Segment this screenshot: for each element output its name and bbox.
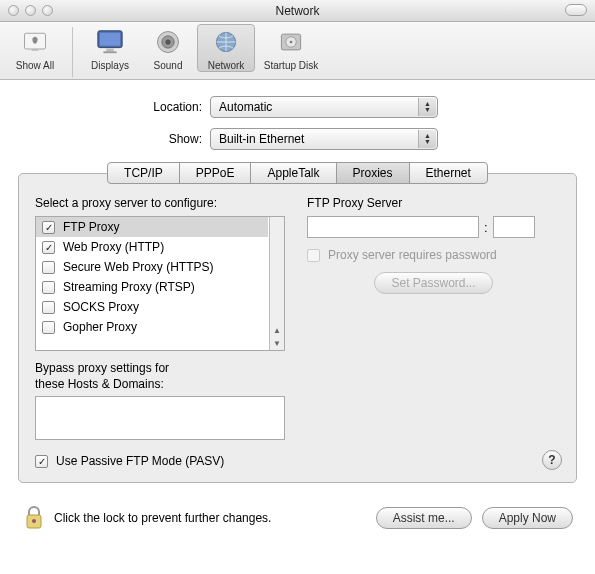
globe-icon: [209, 26, 243, 58]
list-item-label: Streaming Proxy (RTSP): [63, 280, 195, 294]
checkbox[interactable]: [42, 301, 55, 314]
requires-password-checkbox[interactable]: [307, 249, 320, 262]
toolbar-startup-disk[interactable]: Startup Disk: [255, 24, 327, 71]
list-item[interactable]: Streaming Proxy (RTSP): [36, 277, 268, 297]
svg-rect-5: [103, 51, 116, 53]
toolbar-toggle-button[interactable]: [565, 4, 587, 16]
ftp-proxy-server-label: FTP Proxy Server: [307, 196, 560, 210]
list-item[interactable]: ✓ Web Proxy (HTTP): [36, 237, 268, 257]
scroll-up-icon[interactable]: ▲: [273, 324, 281, 337]
checkbox[interactable]: [42, 281, 55, 294]
display-icon: [93, 26, 127, 58]
toolbar-label: Show All: [16, 60, 54, 71]
apple-logo-icon: [18, 26, 52, 58]
toolbar-label: Network: [208, 60, 245, 71]
toolbar-label: Displays: [91, 60, 129, 71]
checkbox[interactable]: [42, 321, 55, 334]
ftp-proxy-port-field[interactable]: [493, 216, 535, 238]
passive-ftp-label: Use Passive FTP Mode (PASV): [56, 454, 224, 468]
tab-proxies[interactable]: Proxies: [336, 162, 410, 184]
toolbar-show-all[interactable]: Show All: [6, 24, 64, 71]
list-item[interactable]: ✓ FTP Proxy: [36, 217, 268, 237]
toolbar-network[interactable]: Network: [197, 24, 255, 72]
toolbar: Show All Displays Sound Network Startup …: [0, 22, 595, 80]
location-popup[interactable]: Automatic ▲▼: [210, 96, 438, 118]
svg-point-8: [165, 39, 170, 44]
svg-point-14: [32, 519, 36, 523]
lock-text: Click the lock to prevent further change…: [54, 511, 376, 525]
tab-panel-proxies: Select a proxy server to configure: ✓ FT…: [18, 173, 577, 483]
set-password-button[interactable]: Set Password...: [374, 272, 492, 294]
requires-password-label: Proxy server requires password: [328, 248, 497, 262]
tab-pppoe[interactable]: PPPoE: [179, 162, 252, 184]
list-item-label: Secure Web Proxy (HTTPS): [63, 260, 213, 274]
checkbox[interactable]: ✓: [42, 221, 55, 234]
disk-icon: [274, 26, 308, 58]
bypass-label: Bypass proxy settings for these Hosts & …: [35, 361, 285, 392]
tab-ethernet[interactable]: Ethernet: [409, 162, 488, 184]
speaker-icon: [151, 26, 185, 58]
ftp-proxy-host-field[interactable]: [307, 216, 479, 238]
list-item[interactable]: Gopher Proxy: [36, 317, 268, 337]
toolbar-label: Startup Disk: [264, 60, 318, 71]
chevron-up-down-icon: ▲▼: [418, 130, 436, 148]
show-popup[interactable]: Built-in Ethernet ▲▼: [210, 128, 438, 150]
list-item-label: FTP Proxy: [63, 220, 119, 234]
proxy-select-label: Select a proxy server to configure:: [35, 196, 285, 210]
toolbar-sound[interactable]: Sound: [139, 24, 197, 71]
host-port-separator: :: [484, 220, 488, 235]
passive-ftp-checkbox[interactable]: ✓: [35, 455, 48, 468]
svg-rect-1: [32, 49, 39, 51]
toolbar-label: Sound: [154, 60, 183, 71]
svg-rect-3: [100, 33, 121, 46]
list-item[interactable]: SOCKS Proxy: [36, 297, 268, 317]
list-item-label: SOCKS Proxy: [63, 300, 139, 314]
show-value: Built-in Ethernet: [219, 132, 304, 146]
lock-icon[interactable]: [22, 505, 46, 531]
proxy-list[interactable]: ✓ FTP Proxy ✓ Web Proxy (HTTP) Secure We…: [35, 216, 285, 351]
assist-me-button[interactable]: Assist me...: [376, 507, 472, 529]
show-label: Show:: [18, 132, 210, 146]
tab-tcpip[interactable]: TCP/IP: [107, 162, 180, 184]
bypass-hosts-field[interactable]: [35, 396, 285, 440]
tab-appletalk[interactable]: AppleTalk: [250, 162, 336, 184]
toolbar-displays[interactable]: Displays: [81, 24, 139, 71]
svg-rect-4: [106, 49, 113, 52]
location-label: Location:: [18, 100, 210, 114]
list-item-label: Gopher Proxy: [63, 320, 137, 334]
scrollbar[interactable]: ▲ ▼: [269, 217, 284, 350]
chevron-up-down-icon: ▲▼: [418, 98, 436, 116]
window-title: Network: [0, 4, 595, 18]
scroll-down-icon[interactable]: ▼: [273, 337, 281, 350]
apply-now-button[interactable]: Apply Now: [482, 507, 573, 529]
location-value: Automatic: [219, 100, 272, 114]
tab-row: TCP/IP PPPoE AppleTalk Proxies Ethernet: [18, 162, 577, 184]
list-item[interactable]: Secure Web Proxy (HTTPS): [36, 257, 268, 277]
checkbox[interactable]: [42, 261, 55, 274]
titlebar: Network: [0, 0, 595, 22]
list-item-label: Web Proxy (HTTP): [63, 240, 164, 254]
svg-point-12: [290, 41, 293, 44]
checkbox[interactable]: ✓: [42, 241, 55, 254]
